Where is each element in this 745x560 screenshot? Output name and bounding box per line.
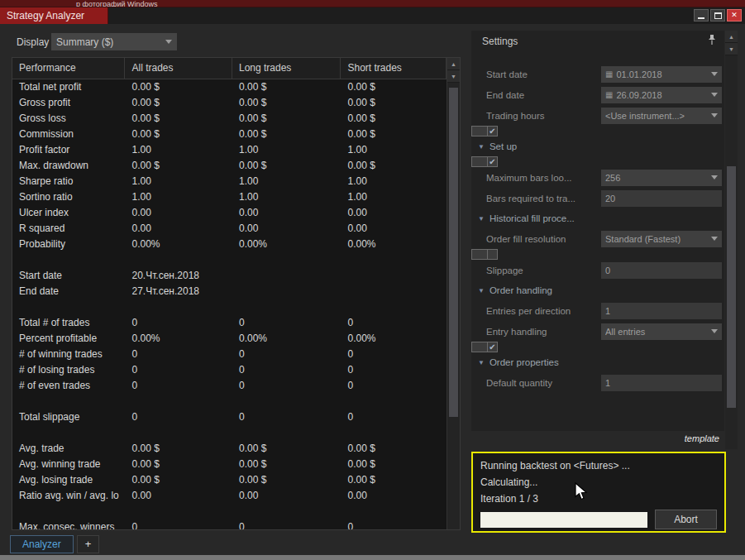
row-label: Total slippage xyxy=(12,409,125,425)
control-slot: ▦26.09.2018 xyxy=(601,87,722,103)
checkbox[interactable]: ✔ xyxy=(487,126,498,136)
cell xyxy=(125,504,232,519)
table-row-avg-trade: Avg. trade0.00 $0.00 $0.00 $ xyxy=(12,441,447,457)
table-row-max-drawdown: Max. drawdown0.00 $0.00 $0.00 $ xyxy=(12,158,447,174)
cell: 0.00 $ xyxy=(341,457,447,472)
checkbox[interactable]: ✔ xyxy=(487,342,498,352)
table-row-commission: Commission0.00 $0.00 $0.00 $ xyxy=(12,127,447,142)
settings-section-set-up[interactable]: ▼Set up xyxy=(471,136,724,156)
tab-analyzer[interactable]: Analyzer xyxy=(10,535,74,553)
chevron-down-icon xyxy=(711,175,718,179)
window-titlebar[interactable]: Strategy Analyzer ✕ xyxy=(0,7,745,24)
abort-button[interactable]: Abort xyxy=(655,510,717,529)
performance-summary-table: PerformanceAll tradesLong tradesShort tr… xyxy=(12,57,461,530)
cell: 0 xyxy=(232,347,341,362)
checkbox[interactable] xyxy=(487,249,498,260)
cell: 0.00 xyxy=(232,488,341,504)
dropdown[interactable]: 256 xyxy=(601,170,722,186)
chevron-down-icon xyxy=(711,72,718,76)
row-label: Probability xyxy=(12,237,125,252)
text-input[interactable]: 0 xyxy=(601,262,722,279)
settings-section-historical-fill-proce[interactable]: ▼Historical fill proce... xyxy=(471,208,724,228)
cell: 0.00 xyxy=(125,488,232,504)
chevron-down-icon xyxy=(165,40,172,44)
text-input[interactable]: 1 xyxy=(601,375,722,391)
cell: 0.00 $ xyxy=(232,111,341,127)
cell: 0.00 xyxy=(341,221,447,237)
checkbox[interactable]: ✔ xyxy=(487,156,498,167)
cell: 0.00 $ xyxy=(341,127,447,142)
maximize-button[interactable] xyxy=(710,9,725,22)
row-label: Ulcer index xyxy=(12,205,125,221)
scrollbar-thumb[interactable] xyxy=(449,88,458,417)
row-label xyxy=(12,425,125,441)
window-title: Strategy Analyzer xyxy=(7,10,84,22)
minimize-button[interactable] xyxy=(694,9,709,22)
cell: 0 xyxy=(125,519,232,529)
row-label xyxy=(12,504,125,519)
cell xyxy=(125,252,232,268)
row-label: Gross profit xyxy=(12,95,125,111)
cell: 0 xyxy=(232,409,341,425)
pin-icon[interactable] xyxy=(708,35,716,48)
table-scrollbar[interactable]: ▲ ▼ xyxy=(447,58,460,529)
dropdown[interactable]: ▦26.09.2018 xyxy=(601,87,722,103)
scroll-down-icon[interactable]: ▼ xyxy=(725,43,738,55)
row-label: # of even trades xyxy=(12,378,125,394)
dropdown[interactable]: <Use instrument...> xyxy=(601,108,722,124)
text-input[interactable]: 1 xyxy=(601,303,722,319)
section-label: Set up xyxy=(490,141,517,151)
control-slot: ✔ xyxy=(487,156,608,167)
cell: 0.00 $ xyxy=(125,127,232,142)
column-header-all-trades[interactable]: All trades xyxy=(125,58,232,79)
scroll-up-icon[interactable]: ▲ xyxy=(725,31,738,43)
cell xyxy=(341,252,447,268)
dropdown[interactable]: All entries xyxy=(601,323,722,340)
cell: 0 xyxy=(125,409,232,425)
cell: 0 xyxy=(341,347,447,362)
text-input[interactable]: 20 xyxy=(601,190,722,207)
display-dropdown[interactable]: Summary ($) xyxy=(51,33,177,50)
setting-row-break-at-eod: Break at EOD✔ xyxy=(471,126,490,136)
cell: 0.00 $ xyxy=(232,79,341,95)
row-label: # of losing trades xyxy=(12,362,125,378)
dropdown[interactable]: Standard (Fastest) xyxy=(601,231,722,247)
control-slot: ✔ xyxy=(487,126,608,136)
add-tab-button[interactable]: + xyxy=(77,535,100,553)
table-row-start-date: Start date20.Чт.сен.2018 xyxy=(12,268,447,284)
cell xyxy=(232,394,341,409)
scroll-down-icon[interactable]: ▼ xyxy=(447,70,460,83)
close-button[interactable]: ✕ xyxy=(727,9,742,22)
setting-row-slippage: Slippage0 xyxy=(471,260,724,280)
scroll-up-icon[interactable]: ▲ xyxy=(447,58,460,70)
table-row-total-net-profit: Total net profit0.00 $0.00 $0.00 $ xyxy=(12,79,447,95)
table-row-avg-losing-trade: Avg. losing trade0.00 $0.00 $0.00 $ xyxy=(12,472,447,488)
column-header-performance[interactable]: Performance xyxy=(12,58,125,79)
scrollbar-thumb[interactable] xyxy=(727,166,736,408)
cell: 1.00 xyxy=(125,142,232,158)
setting-row-maximum-bars-loo: Maximum bars loo...256 xyxy=(471,167,724,188)
column-header-short-trades[interactable]: Short trades xyxy=(341,58,447,79)
settings-scrollbar[interactable]: ▲ ▼ xyxy=(725,31,738,449)
cell xyxy=(341,299,447,315)
column-header-long-trades[interactable]: Long trades xyxy=(232,58,341,79)
cell xyxy=(125,425,232,441)
status-line-3: Iteration 1 / 3 xyxy=(480,491,717,507)
row-label: Total # of trades xyxy=(12,315,125,331)
chevron-down-icon xyxy=(711,329,718,333)
dropdown[interactable]: ▦01.01.2018 xyxy=(601,66,722,83)
cell xyxy=(232,425,341,441)
table-header-row: PerformanceAll tradesLong tradesShort tr… xyxy=(12,58,447,79)
cell xyxy=(232,268,341,284)
template-link[interactable]: template xyxy=(471,433,724,443)
cell: 1.00 xyxy=(232,174,341,189)
control-value: 256 xyxy=(605,173,708,183)
settings-section-order-properties[interactable]: ▼Order properties xyxy=(471,352,724,372)
control-value: Standard (Fastest) xyxy=(605,234,708,244)
table-body: Total net profit0.00 $0.00 $0.00 $Gross … xyxy=(12,79,447,529)
settings-section-order-handling[interactable]: ▼Order handling xyxy=(471,280,724,300)
control-value: 20 xyxy=(605,194,718,203)
table-row-percent-profitable: Percent profitable0.00%0.00%0.00% xyxy=(12,331,447,347)
row-label: Total net profit xyxy=(12,79,125,95)
cell: 1.00 xyxy=(232,189,341,205)
